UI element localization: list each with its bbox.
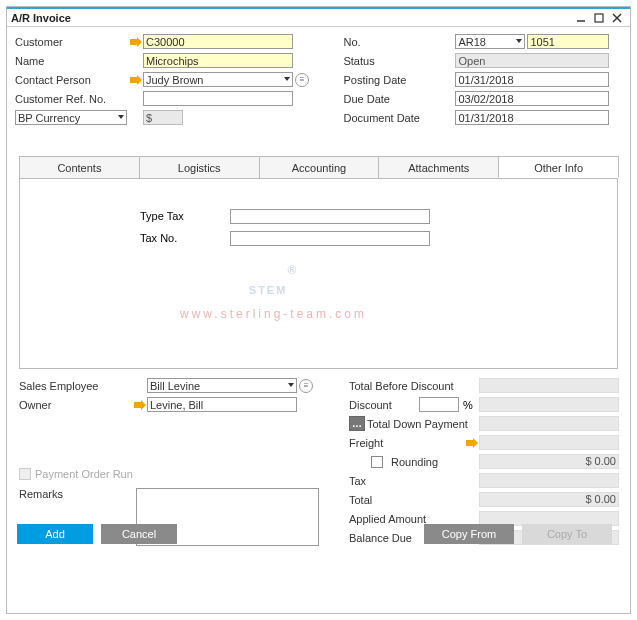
cancel-button[interactable]: Cancel xyxy=(101,524,177,544)
status-label: Status xyxy=(343,55,455,67)
customer-label: Customer xyxy=(15,36,129,48)
currency-field xyxy=(143,110,183,125)
sales-emp-label: Sales Employee xyxy=(19,380,133,392)
payment-run-label: Payment Order Run xyxy=(35,468,133,480)
total-label: Total xyxy=(349,494,479,506)
svg-rect-1 xyxy=(595,14,603,22)
tab-logistics[interactable]: Logistics xyxy=(139,156,260,178)
copy-to-button: Copy To xyxy=(522,524,612,544)
posting-date-field[interactable] xyxy=(455,72,609,87)
svg-marker-7 xyxy=(466,438,478,448)
sales-emp-dropdown[interactable]: Bill Levine xyxy=(147,378,297,393)
tax-value xyxy=(479,473,619,488)
down-payment-label: Total Down Payment xyxy=(367,418,479,430)
name-label: Name xyxy=(15,55,129,67)
other-info-panel: Type Tax Tax No. STEM® www.sterling-team… xyxy=(19,179,618,369)
pct-label: % xyxy=(463,399,479,411)
copy-from-button[interactable]: Copy From xyxy=(424,524,514,544)
name-field[interactable] xyxy=(143,53,293,68)
series-dropdown[interactable]: AR18 xyxy=(455,34,525,49)
doc-date-label: Document Date xyxy=(343,112,455,124)
close-icon[interactable] xyxy=(608,11,626,25)
svg-marker-6 xyxy=(134,400,146,410)
tab-other-info[interactable]: Other Info xyxy=(498,156,619,178)
link-arrow-icon[interactable] xyxy=(129,75,143,85)
add-button[interactable]: Add xyxy=(17,524,93,544)
currency-dropdown[interactable]: BP Currency xyxy=(15,110,127,125)
status-field xyxy=(455,53,609,68)
applied-label: Applied Amount xyxy=(349,513,479,525)
remarks-label: Remarks xyxy=(19,488,136,500)
tax-no-label: Tax No. xyxy=(140,232,230,244)
posting-date-label: Posting Date xyxy=(343,74,455,86)
svg-marker-4 xyxy=(130,37,142,47)
svg-marker-5 xyxy=(130,75,142,85)
ref-field[interactable] xyxy=(143,91,293,106)
link-arrow-icon[interactable] xyxy=(129,37,143,47)
contact-dropdown[interactable]: Judy Brown xyxy=(143,72,293,87)
ar-invoice-window: A/R Invoice Customer Name Contact xyxy=(6,6,631,614)
contact-label: Contact Person xyxy=(15,74,129,86)
down-payment-picker-icon[interactable]: … xyxy=(349,416,365,431)
discount-value xyxy=(479,397,619,412)
tab-attachments[interactable]: Attachments xyxy=(378,156,499,178)
no-label: No. xyxy=(343,36,455,48)
payment-run-checkbox xyxy=(19,468,31,480)
tax-label: Tax xyxy=(349,475,479,487)
freight-value xyxy=(479,435,619,450)
tax-no-field[interactable] xyxy=(230,231,430,246)
watermark: STEM® www.sterling-team.com xyxy=(180,245,367,321)
titlebar: A/R Invoice xyxy=(7,7,630,27)
owner-field[interactable] xyxy=(147,397,297,412)
down-payment-value xyxy=(479,416,619,431)
rounding-checkbox[interactable] xyxy=(371,456,383,468)
tab-strip: Contents Logistics Accounting Attachment… xyxy=(19,156,618,179)
minimize-icon[interactable] xyxy=(572,11,590,25)
type-tax-field[interactable] xyxy=(230,209,430,224)
total-before-disc-value xyxy=(479,378,619,393)
type-tax-label: Type Tax xyxy=(140,210,230,222)
window-title: A/R Invoice xyxy=(11,12,71,24)
due-date-label: Due Date xyxy=(343,93,455,105)
discount-pct-field[interactable] xyxy=(419,397,459,412)
total-before-disc-label: Total Before Discount xyxy=(349,380,479,392)
tab-accounting[interactable]: Accounting xyxy=(259,156,380,178)
discount-label: Discount xyxy=(349,399,419,411)
doc-date-field[interactable] xyxy=(455,110,609,125)
maximize-icon[interactable] xyxy=(590,11,608,25)
link-arrow-icon[interactable] xyxy=(133,400,147,410)
due-date-field[interactable] xyxy=(455,91,609,106)
rounding-row: Rounding xyxy=(349,456,479,468)
owner-label: Owner xyxy=(19,399,133,411)
link-arrow-icon[interactable] xyxy=(465,438,479,448)
customer-field[interactable] xyxy=(143,34,293,49)
rounding-value: $ 0.00 xyxy=(479,454,619,469)
tab-contents[interactable]: Contents xyxy=(19,156,140,178)
total-value: $ 0.00 xyxy=(479,492,619,507)
docnum-field[interactable] xyxy=(527,34,609,49)
ref-label: Customer Ref. No. xyxy=(15,93,129,105)
freight-label: Freight xyxy=(349,437,479,449)
sales-emp-detail-icon[interactable]: ≡ xyxy=(299,379,313,393)
contact-detail-icon[interactable]: ≡ xyxy=(295,73,309,87)
